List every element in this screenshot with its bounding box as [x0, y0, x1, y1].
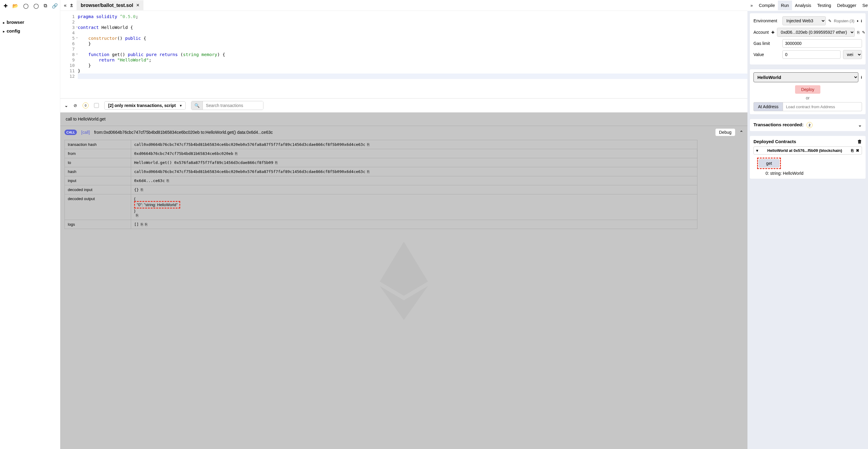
value-label: Value [753, 52, 780, 57]
deployed-contract-row[interactable]: ▾ HelloWorld at 0x576...f5b09 (blockchai… [753, 147, 862, 155]
nav-overflow-icon[interactable]: » [747, 3, 756, 8]
call-tag: [call] [81, 130, 90, 135]
clear-icon[interactable]: ⊘ [73, 103, 77, 108]
copy-files-icon[interactable]: ⧉ [44, 3, 47, 9]
collapse-icon[interactable]: ⌃ [740, 130, 743, 135]
terminal: call to HelloWorld.get CALL [call] from:… [60, 113, 747, 449]
info-icon[interactable]: i [861, 75, 862, 79]
sidebar-icon-row: ✚ 📂 ◯ ◯ ⧉ 🔗 [0, 0, 60, 12]
folder-open-icon[interactable]: 📂 [12, 3, 19, 9]
copy-icon[interactable]: ⎘ [235, 151, 238, 156]
copy-icon[interactable]: ⎘ [167, 179, 169, 183]
copy-icon[interactable]: ⎘ [141, 187, 143, 192]
tx-recorded-section[interactable]: Transactions recorded: 2 ⌄ [750, 119, 866, 131]
value-amount-input[interactable] [782, 50, 841, 59]
code-editor[interactable]: 123456789101112 pragma solidity ^0.5.0;c… [60, 11, 747, 98]
nav-settings[interactable]: Settings [859, 1, 868, 10]
folder-config[interactable]: config [3, 27, 57, 35]
github-icon[interactable]: ◯ [23, 3, 29, 9]
copy-icon[interactable]: ⎘ [275, 160, 278, 165]
share-icon[interactable]: ✎ [828, 19, 832, 23]
transaction-details-table: transaction hashcall0xd0664b76cbc747cf75… [64, 140, 698, 229]
get-result: 0: string: HelloWorld [766, 171, 862, 176]
at-address-button[interactable]: At Address [753, 102, 783, 111]
call-title: call to HelloWorld.get [60, 113, 747, 126]
chevron-left-icon[interactable]: « [64, 3, 67, 8]
nav-debugger[interactable]: Debugger [834, 1, 860, 10]
search-icon[interactable]: 🔍 [191, 101, 203, 110]
pending-badge: 0 [83, 102, 89, 108]
account-label: Account [753, 30, 769, 35]
main-area: « ± browser/ballot_test.sol × 1234567891… [60, 0, 747, 449]
trash-icon[interactable]: 🗑 [858, 139, 862, 144]
get-function-button[interactable]: get [758, 159, 779, 167]
nav-compile[interactable]: Compile [756, 1, 778, 10]
editor-tab-active[interactable]: browser/ballot_test.sol × [76, 0, 144, 10]
deployed-contract-label: HelloWorld at 0x576...f5b09 (blockchain) [761, 148, 849, 153]
folder-browser[interactable]: browser [3, 18, 57, 27]
env-label: Environment [753, 19, 780, 23]
github-icon-2[interactable]: ◯ [33, 3, 39, 9]
copy-icon[interactable]: ⎘ [136, 213, 138, 218]
file-tree: browser config [0, 12, 60, 41]
tx-count-badge: 2 [807, 122, 812, 128]
expand-icon[interactable]: ⌄ [64, 103, 68, 108]
copy-account-icon[interactable]: ⎘ [857, 30, 860, 35]
plus-icon[interactable]: ± [70, 3, 73, 8]
copy-icon[interactable]: ⎘ [367, 169, 370, 174]
terminal-toolbar: ⌄ ⊘ 0 [2] only remix transactions, scrip… [60, 98, 747, 113]
run-config-section: Environment Injected Web3 ✎ Ropsten (3) … [750, 13, 866, 64]
new-file-icon[interactable]: ✚ [4, 3, 7, 9]
link-icon[interactable]: 🔗 [52, 3, 58, 9]
environment-select[interactable]: Injected Web3 [782, 16, 826, 25]
nav-run[interactable]: Run [778, 1, 792, 10]
debug-button[interactable]: Debug [715, 128, 735, 136]
deploy-section: HelloWorld i Deploy or At Address [750, 69, 866, 114]
copy-icon[interactable]: ⎘ [141, 222, 143, 227]
chevron-down-icon[interactable]: ⌄ [858, 122, 862, 128]
right-panel: » CompileRunAnalysisTestingDebuggerSetti… [747, 0, 868, 449]
gas-label: Gas limit [753, 41, 780, 46]
network-label: Ropsten (3) [834, 19, 855, 23]
deploy-button[interactable]: Deploy [795, 85, 820, 94]
gas-limit-input[interactable] [782, 39, 862, 47]
info-icon[interactable]: i [861, 19, 862, 23]
plus-account-icon[interactable]: ✚ [771, 30, 775, 35]
at-address-input[interactable] [783, 102, 862, 111]
or-text: or [753, 96, 862, 100]
copy-icon[interactable]: ⎘ [367, 142, 370, 147]
tab-title: browser/ballot_test.sol [81, 3, 133, 8]
search-transactions-input[interactable] [203, 101, 263, 110]
caret-down-icon[interactable]: ▾ [756, 148, 758, 153]
call-badge: CALL [64, 130, 77, 135]
top-nav: » CompileRunAnalysisTestingDebuggerSetti… [747, 0, 868, 11]
copy-icon[interactable]: ⎘ [145, 222, 147, 227]
close-tab-icon[interactable]: × [136, 2, 140, 8]
deployed-contracts-section: Deployed Contracts 🗑 ▾ HelloWorld at 0x5… [750, 136, 866, 179]
highlight-get-button: get [757, 158, 781, 169]
edit-account-icon[interactable]: ✎ [862, 30, 865, 35]
deployed-contracts-label: Deployed Contracts [753, 139, 796, 144]
account-select[interactable]: 0xd06...020eb (0.999595927 ether) [777, 28, 855, 37]
file-explorer-sidebar: ✚ 📂 ◯ ◯ ⧉ 🔗 browser config [0, 0, 60, 449]
contract-select[interactable]: HelloWorld [753, 72, 858, 82]
call-summary-row[interactable]: CALL [call] from:0xd0664b76cbc747cf75b4b… [60, 126, 747, 139]
call-summary: from:0xd0664b76cbc747cf75b4bd81b65834ce6… [94, 130, 273, 135]
search-transactions: 🔍 [191, 101, 264, 110]
nav-testing[interactable]: Testing [814, 1, 834, 10]
tx-filter-dropdown[interactable]: [2] only remix transactions, script [104, 101, 186, 110]
listen-checkbox[interactable] [94, 103, 99, 108]
value-unit-select[interactable]: wei [843, 50, 862, 59]
editor-tab-bar: « ± browser/ballot_test.sol × [60, 0, 747, 11]
remove-contract-icon[interactable]: ✖ [856, 148, 859, 153]
copy-address-icon[interactable]: ⎘ [851, 148, 854, 153]
nav-analysis[interactable]: Analysis [792, 1, 814, 10]
